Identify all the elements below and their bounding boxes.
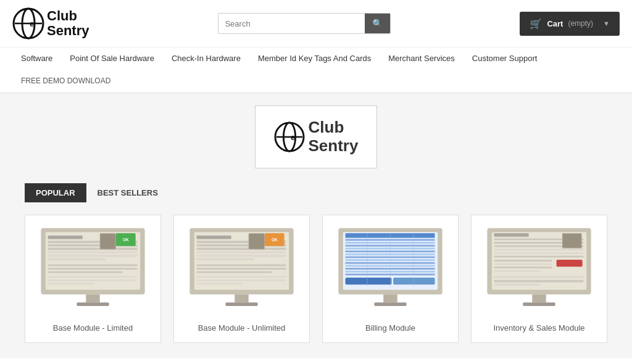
tabs-container: POPULAR BEST SELLERS <box>25 183 607 202</box>
svg-rect-15 <box>48 254 138 257</box>
monitor-inventory <box>481 225 597 318</box>
nav: Software Point Of Sale Hardware Check-In… <box>0 48 632 93</box>
svg-rect-14 <box>48 251 138 254</box>
nav-item-free-demo[interactable]: FREE DEMO DOWNLOAD <box>21 74 611 88</box>
svg-rect-92 <box>532 294 546 302</box>
svg-rect-81 <box>494 255 584 257</box>
svg-rect-46 <box>197 279 286 281</box>
svg-text:OK: OK <box>123 238 129 242</box>
cart-icon: 🛒 <box>530 18 542 30</box>
svg-rect-35 <box>197 251 286 254</box>
svg-rect-47 <box>197 283 243 284</box>
logo-sentry: Sentry <box>47 23 89 38</box>
hero-logo-area: e Club Sentry <box>25 105 607 168</box>
tab-best-sellers[interactable]: BEST SELLERS <box>86 183 169 202</box>
svg-rect-52 <box>346 233 435 238</box>
product-grid: OK Base Module - Limited <box>25 215 607 344</box>
nav-main: Software Point Of Sale Hardware Check-In… <box>12 48 620 69</box>
product-name-billing: Billing Module <box>333 323 448 333</box>
nav-item-member-cards[interactable]: Member Id Key Tags And Cards <box>249 48 380 69</box>
svg-rect-43 <box>197 268 286 270</box>
svg-rect-22 <box>48 268 138 270</box>
logo[interactable]: e Club Sentry <box>12 7 89 39</box>
svg-rect-65 <box>346 273 435 275</box>
search-icon: 🔍 <box>372 19 383 28</box>
svg-rect-23 <box>48 271 123 273</box>
svg-text:e: e <box>290 133 294 142</box>
logo-club: Club <box>47 9 89 23</box>
svg-rect-88 <box>494 270 541 272</box>
svg-rect-56 <box>346 247 435 249</box>
svg-rect-75 <box>494 233 529 237</box>
nav-sub: FREE DEMO DOWNLOAD <box>12 69 620 93</box>
svg-rect-27 <box>86 294 99 302</box>
svg-rect-66 <box>346 278 392 284</box>
svg-rect-57 <box>346 250 435 252</box>
logo-text: Club Sentry <box>47 9 89 38</box>
svg-rect-83 <box>563 234 581 247</box>
cart-status: (empty) <box>568 19 593 28</box>
monitor-svg-billing <box>333 225 448 318</box>
svg-rect-13 <box>48 247 138 250</box>
svg-rect-91 <box>494 283 541 286</box>
svg-rect-24 <box>48 276 138 278</box>
nav-item-pos-hardware[interactable]: Point Of Sale Hardware <box>61 48 163 69</box>
product-card-inventory[interactable]: Inventory & Sales Module <box>471 215 607 344</box>
search-bar: 🔍 <box>218 13 391 34</box>
nav-item-checkin-hardware[interactable]: Check-In Hardware <box>163 48 249 69</box>
nav-item-merchant-services[interactable]: Merchant Services <box>380 48 464 69</box>
svg-rect-31 <box>197 236 231 239</box>
monitor-svg-inventory <box>481 225 597 318</box>
search-button[interactable]: 🔍 <box>365 14 390 33</box>
svg-rect-85 <box>494 260 552 262</box>
svg-rect-16 <box>48 258 106 260</box>
svg-rect-48 <box>235 294 248 302</box>
svg-rect-80 <box>494 252 584 254</box>
svg-rect-42 <box>197 264 286 266</box>
svg-rect-25 <box>48 279 138 281</box>
monitor-svg-base-unlimited: OK <box>184 225 299 318</box>
svg-rect-37 <box>197 258 254 260</box>
monitor-base-limited: OK <box>35 225 151 318</box>
svg-rect-90 <box>494 280 584 283</box>
svg-rect-87 <box>494 267 552 268</box>
hero-logo-box: e Club Sentry <box>255 105 378 168</box>
product-card-billing[interactable]: Billing Module <box>322 215 459 344</box>
hero-logo-text: Club Sentry <box>309 118 359 155</box>
svg-rect-72 <box>374 302 406 306</box>
svg-rect-86 <box>494 263 552 265</box>
svg-rect-64 <box>346 271 435 273</box>
svg-rect-39 <box>249 234 264 249</box>
svg-rect-63 <box>346 268 435 270</box>
svg-rect-55 <box>346 245 435 247</box>
product-name-inventory: Inventory & Sales Module <box>481 323 597 333</box>
svg-rect-28 <box>77 302 109 306</box>
svg-rect-59 <box>346 256 435 258</box>
svg-text:e: e <box>30 19 34 28</box>
monitor-billing <box>333 225 448 318</box>
nav-item-customer-support[interactable]: Customer Support <box>464 48 546 69</box>
svg-rect-84 <box>557 260 583 267</box>
monitor-svg-base-limited: OK <box>35 225 151 318</box>
svg-rect-67 <box>393 278 434 284</box>
svg-rect-54 <box>346 242 435 244</box>
cart-dropdown-arrow: ▼ <box>603 20 610 27</box>
svg-text:OK: OK <box>272 238 278 242</box>
product-card-base-unlimited[interactable]: OK Base Module - Unlimited <box>173 215 310 344</box>
svg-rect-21 <box>48 264 138 266</box>
svg-rect-79 <box>494 249 584 250</box>
tab-popular[interactable]: POPULAR <box>25 183 86 202</box>
search-input[interactable] <box>218 14 365 33</box>
svg-rect-61 <box>346 262 435 264</box>
svg-rect-44 <box>197 271 272 273</box>
hero-logo-icon: e <box>274 122 305 152</box>
svg-rect-58 <box>346 254 435 255</box>
main-content: e Club Sentry POPULAR BEST SELLERS <box>0 93 632 358</box>
svg-rect-26 <box>48 283 94 284</box>
product-card-base-limited[interactable]: OK Base Module - Limited <box>25 215 161 344</box>
hero-sentry-text: Sentry <box>309 137 359 155</box>
nav-item-software[interactable]: Software <box>12 48 61 69</box>
svg-rect-53 <box>346 239 435 241</box>
svg-rect-49 <box>225 302 257 306</box>
cart-button[interactable]: 🛒 Cart (empty) ▼ <box>520 12 620 36</box>
